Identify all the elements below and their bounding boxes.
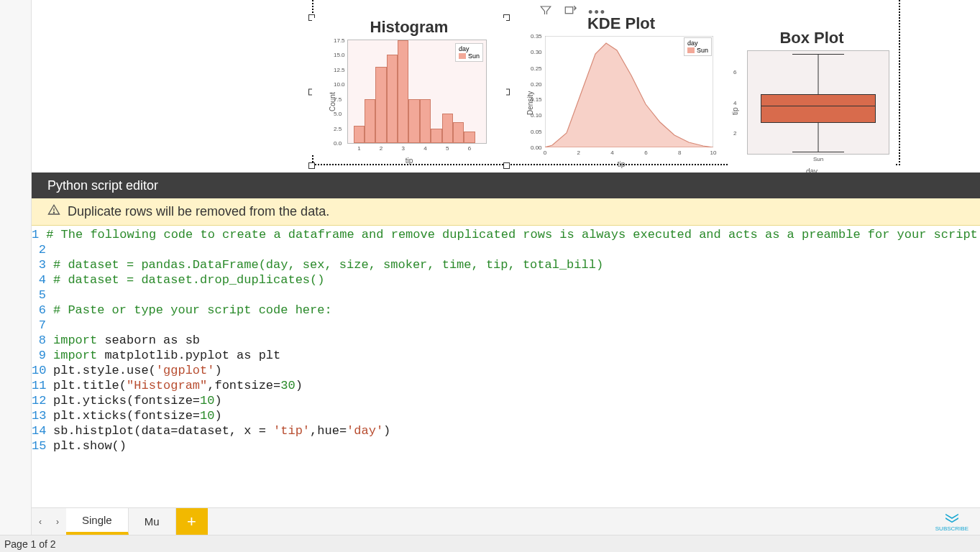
svg-rect-0 [565,7,573,14]
resize-handle[interactable] [308,162,315,169]
chart-kde[interactable]: KDE Plot day Sun 0.00 0.05 0.10 0.15 0.2… [521,14,722,158]
box-plot: 2 4 6 Sun tip day [733,50,891,165]
chart-boxplot[interactable]: Box Plot 2 4 6 Sun tip day [729,29,894,165]
y-axis-label: Density [526,91,534,115]
histogram-plot: day Sun 0.0 2.5 5.0 [330,40,488,155]
canvas-area[interactable]: ••• Histogram day Sun [32,0,980,167]
legend: day Sun [455,43,483,62]
x-axis-label: tip [406,157,413,165]
warning-bar: Duplicate rows will be removed from the … [32,198,980,226]
chart-title: KDE Plot [521,14,722,33]
kde-plot: day Sun 0.00 0.05 0.10 0.15 0.20 0.25 0.… [528,36,715,158]
y-axis-label: tip [731,107,739,115]
svg-point-3 [53,212,54,213]
tab-mu[interactable]: Mu [129,508,176,535]
legend: day Sun [684,37,712,56]
script-editor-header: Python script editor [32,172,980,198]
tabs-prev-button[interactable]: ‹ [32,508,49,535]
left-gutter [0,0,32,552]
status-bar: Page 1 of 2 [0,535,980,552]
chart-title: Box Plot [729,29,894,47]
page-indicator: Page 1 of 2 [4,538,56,550]
x-axis-label: tip [618,160,626,168]
tabs-next-button[interactable]: › [49,508,66,535]
y-axis-label: Count [329,92,336,111]
chart-histogram-selected[interactable]: Histogram day Sun [312,18,506,165]
code-editor[interactable]: 1# The following code to create a datafr… [32,226,980,507]
add-page-button[interactable]: + [176,508,208,535]
chart-title: Histogram [312,18,506,37]
page-tabs: ‹ › Single Mu + [32,507,980,535]
resize-handle[interactable] [503,162,510,169]
subscribe-badge[interactable]: SUBSCRIBE [935,512,968,532]
tab-single[interactable]: Single [66,508,129,535]
warning-icon [47,203,60,220]
